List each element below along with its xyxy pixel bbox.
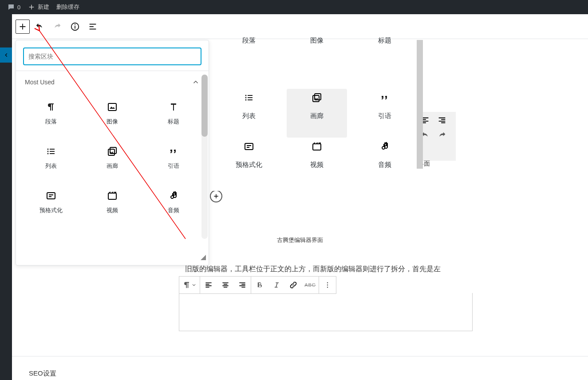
block-preformatted[interactable]: 预格式化 <box>20 180 82 225</box>
section-header-most-used[interactable]: Most Used <box>16 71 209 91</box>
clear-cache-link[interactable]: 删除缓存 <box>53 3 83 11</box>
list-icon <box>244 92 254 103</box>
add-block-button[interactable] <box>16 20 30 34</box>
block-label: 标题 <box>168 118 179 126</box>
align-left-icon <box>204 281 213 289</box>
block-quote[interactable]: 引语 <box>143 136 204 180</box>
block-label: 列表 <box>242 112 256 120</box>
bold-button[interactable] <box>251 277 268 293</box>
block-audio[interactable]: 音频 <box>143 180 204 225</box>
align-center-button[interactable] <box>217 277 234 293</box>
strikethrough-button[interactable]: ABC <box>302 277 319 293</box>
block-label: 音频 <box>378 161 391 169</box>
clear-cache-label: 删除缓存 <box>56 3 79 11</box>
block-gallery[interactable]: 画廊 <box>287 89 347 138</box>
block-heading[interactable]: 标题 <box>143 91 204 136</box>
resize-handle-icon[interactable] <box>201 255 206 260</box>
plus-icon <box>213 193 220 200</box>
block-label: 引语 <box>378 112 391 120</box>
comment-icon <box>7 3 15 11</box>
block-video[interactable]: 视频 <box>82 180 143 225</box>
link-icon <box>289 281 298 289</box>
inserter-scrollbar[interactable] <box>201 75 208 239</box>
italic-button[interactable] <box>268 277 285 293</box>
block-heading[interactable]: 标题 <box>354 40 415 89</box>
align-left-button[interactable] <box>200 277 217 293</box>
block-quote[interactable]: 引语 <box>354 89 415 138</box>
link-button[interactable] <box>285 277 302 293</box>
block-label: 音频 <box>168 206 179 214</box>
bold-icon <box>255 281 264 289</box>
plus-icon <box>28 3 36 11</box>
block-inserter-panel: Most Used 段落图像标题列表画廊引语预格式化视频音频 <box>16 40 209 265</box>
block-label: 段落 <box>45 118 57 126</box>
paragraph-block[interactable] <box>179 293 473 331</box>
seo-settings-heading: SEO设置 <box>29 369 56 378</box>
preformatted-icon <box>46 190 56 201</box>
italic-icon <box>272 281 281 289</box>
block-label: 预格式化 <box>236 161 262 169</box>
block-label: 段落 <box>242 36 256 45</box>
block-preformatted[interactable]: 预格式化 <box>219 138 280 186</box>
block-paragraph[interactable]: 段落 <box>20 91 82 136</box>
chevron-left-icon <box>3 52 9 58</box>
divider <box>12 356 588 356</box>
align-center-icon <box>221 281 230 289</box>
add-block-inline-button[interactable] <box>210 190 222 202</box>
video-icon <box>107 190 118 201</box>
inserter-search-wrap <box>16 40 209 71</box>
align-right-icon <box>238 281 247 289</box>
more-button[interactable] <box>319 277 336 293</box>
block-paragraph[interactable]: 段落 <box>219 40 280 89</box>
info-icon <box>70 22 80 32</box>
block-video[interactable]: 视频 <box>287 138 347 186</box>
info-button[interactable] <box>67 19 83 35</box>
editor-area: Most Used 段落图像标题列表画廊引语预格式化视频音频 段落图像标题列表画… <box>12 14 588 380</box>
gallery-icon <box>107 146 118 157</box>
admin-sidebar-collapsed <box>0 14 12 380</box>
block-image[interactable]: 图像 <box>287 40 347 89</box>
redo-button[interactable] <box>49 19 65 35</box>
chevron-down-icon <box>192 78 200 86</box>
comments-link[interactable]: 0 <box>4 3 24 11</box>
block-label: 图像 <box>310 36 324 45</box>
new-content-link[interactable]: 新建 <box>24 3 53 11</box>
gallery-icon <box>312 92 322 103</box>
block-image[interactable]: 图像 <box>82 91 143 136</box>
block-gallery[interactable]: 画廊 <box>82 136 143 180</box>
secondary-scrollbar[interactable] <box>417 40 423 169</box>
align-right-icon[interactable] <box>437 115 447 125</box>
strikethrough-label: ABC <box>304 282 316 288</box>
block-audio[interactable]: 音频 <box>354 138 415 186</box>
sidebar-collapse-toggle[interactable] <box>0 48 12 63</box>
chevron-down-icon <box>191 281 197 289</box>
block-type-button[interactable] <box>179 277 200 293</box>
section-title: Most Used <box>25 79 55 86</box>
undo-button[interactable] <box>32 19 47 35</box>
new-label: 新建 <box>38 3 49 11</box>
block-label: 标题 <box>378 36 391 45</box>
paragraph-icon <box>182 281 191 289</box>
paragraph-icon <box>46 102 56 112</box>
list-icon <box>46 146 56 157</box>
undo-icon <box>35 22 44 32</box>
block-label: 图像 <box>107 118 118 126</box>
scrollbar-thumb[interactable] <box>201 75 208 137</box>
more-icon <box>323 281 332 289</box>
redo-icon <box>52 22 62 32</box>
block-list[interactable]: 列表 <box>20 136 82 180</box>
comments-count: 0 <box>17 4 20 11</box>
admin-bar: 0 新建 删除缓存 <box>0 0 588 14</box>
block-label: 引语 <box>168 162 179 170</box>
paragraph-text: 旧版的编辑器，工具栏位于正文的上方，而新版的编辑器则进行了拆分，首先是左 <box>185 263 441 276</box>
align-right-button[interactable] <box>234 277 251 293</box>
block-list[interactable]: 列表 <box>219 89 280 138</box>
outline-button[interactable] <box>85 19 101 35</box>
quote-icon <box>168 146 179 157</box>
block-label: 视频 <box>310 161 324 169</box>
quote-icon <box>379 92 390 103</box>
block-label: 预格式化 <box>39 206 63 214</box>
search-input[interactable] <box>23 48 201 65</box>
redo-icon[interactable] <box>437 131 447 140</box>
block-label: 列表 <box>45 162 57 170</box>
